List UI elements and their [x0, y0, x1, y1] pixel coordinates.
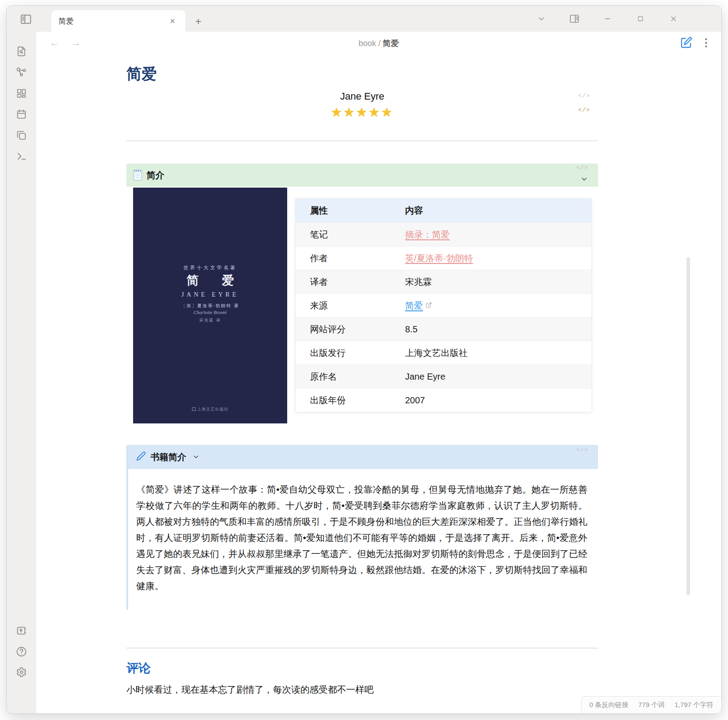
cover-author-zh: 〔英〕夏洛蒂·勃朗特 著 [133, 303, 287, 309]
backlinks-count[interactable]: 0 条反向链接 [590, 701, 629, 709]
calendar-icon[interactable] [14, 107, 29, 121]
left-ribbon [7, 32, 36, 713]
divider [126, 648, 598, 649]
editor-pane: ← → book / 简爱 简爱 Jane Eyre </> ★★★★★ </> [36, 32, 721, 713]
vault-switcher-icon[interactable] [14, 624, 29, 638]
pencil-icon [136, 451, 146, 463]
graph-view-icon[interactable] [14, 65, 29, 80]
property-table: 属性 内容 笔记 摘录：简爱 作者 英/夏洛蒂·勃朗特 译者 [295, 198, 592, 412]
rating-stars[interactable]: ★★★★★ [331, 105, 394, 119]
table-row: 网站评分 8.5 [296, 317, 591, 341]
cover-series-text: 世界十大文学名著 [133, 264, 287, 271]
terminal-icon[interactable] [14, 149, 29, 163]
word-count: 779 个词 [638, 701, 665, 709]
callout-collapse-chevron-icon[interactable] [580, 175, 588, 185]
cover-title-en: JANE EYRE [133, 291, 287, 298]
code-block-edit-icon[interactable]: </> [578, 92, 590, 99]
tab-close-icon[interactable]: × [167, 15, 178, 27]
scrollbar[interactable] [686, 257, 690, 595]
copy-files-icon[interactable] [14, 128, 29, 142]
dashboard-icon[interactable] [14, 86, 29, 100]
summary-callout-title: 书籍简介 [151, 451, 186, 463]
right-sidebar-toggle-icon[interactable] [568, 12, 581, 25]
external-link-icon [426, 300, 432, 310]
help-icon[interactable] [14, 645, 29, 659]
table-row: 出版年份 2007 [296, 388, 591, 412]
cover-title-zh: 简爱 [133, 272, 287, 289]
book-subtitle: Jane Eyre [340, 91, 384, 102]
notepad-icon [134, 170, 142, 180]
table-row: 出版发行 上海文艺出版社 [296, 341, 591, 364]
table-row: 作者 英/夏洛蒂·勃朗特 [296, 246, 591, 270]
internal-link[interactable]: 摘录：简爱 [405, 230, 450, 239]
edit-mode-icon[interactable] [679, 36, 693, 50]
intro-callout-body: 世界十大文学名著 简爱 JANE EYRE 〔英〕夏洛蒂·勃朗特 著 Charl… [126, 187, 598, 431]
char-count: 1,797 个字符 [674, 701, 713, 709]
left-sidebar-toggle-icon[interactable] [19, 13, 33, 25]
comments-heading: 评论 [126, 660, 598, 676]
settings-gear-icon[interactable] [14, 665, 29, 679]
book-cover-image: 世界十大文学名著 简爱 JANE EYRE 〔英〕夏洛蒂·勃朗特 著 Charl… [133, 188, 287, 423]
external-link[interactable]: 简爱 [405, 301, 423, 310]
table-row: 来源 简爱 [296, 293, 591, 317]
tab-jane-eyre[interactable]: 简爱 × [51, 10, 185, 32]
code-block-edit-icon[interactable]: </> [578, 107, 590, 113]
summary-callout-header[interactable]: 书籍简介 [128, 445, 598, 469]
cover-translator: 宋兆霖 译 [133, 318, 287, 323]
tab-bar: 简爱 × + [7, 6, 721, 32]
book-summary-text: 《简爱》讲述了这样一个故事：简•爱自幼父母双亡，投靠冷酷的舅母，但舅母无情地抛弃… [128, 469, 598, 610]
internal-link[interactable]: 英/夏洛蒂·勃朗特 [405, 253, 473, 263]
summary-callout: 书籍简介 </> 《简爱》讲述了这样一个故事：简•爱自幼父母双亡，投靠冷酷的舅母… [126, 445, 598, 610]
intro-callout: 简介 </> 世界十大文学名著 简爱 JANE EYRE 〔英〕夏洛蒂·勃朗特 … [126, 163, 598, 431]
more-options-icon[interactable] [703, 36, 710, 50]
code-block-edit-icon[interactable]: </> [577, 164, 588, 171]
intro-callout-title: 简介 [146, 169, 164, 181]
tab-title: 简爱 [59, 16, 167, 26]
publisher-logo [192, 407, 196, 411]
cover-publisher: 上海文艺出版社 [133, 406, 287, 412]
table-row: 原作名 Jane Eyre [296, 364, 591, 388]
breadcrumb[interactable]: book / 简爱 [36, 38, 721, 49]
status-bar: 0 条反向链接 779 个词 1,797 个字符 [581, 696, 721, 713]
window-close-button[interactable] [667, 12, 680, 25]
app-window: 简爱 × + [6, 5, 722, 714]
table-row: 译者 宋兆霖 [296, 270, 591, 293]
callout-collapse-chevron-icon[interactable] [192, 453, 200, 462]
note-content: 简爱 Jane Eyre </> ★★★★★ </> 简介 </> [126, 55, 598, 696]
page-title: 简爱 [126, 64, 598, 84]
window-maximize-button[interactable] [634, 12, 647, 25]
table-header-row: 属性 内容 [296, 199, 591, 222]
tab-list-chevron-icon[interactable] [535, 12, 548, 25]
comment-text: 小时候看过，现在基本忘了剧情了，每次读的感受都不一样吧 [126, 683, 598, 696]
window-minimize-button[interactable] [601, 12, 614, 25]
cover-author-en: Charlotte Brontë [133, 310, 287, 315]
file-search-icon[interactable] [14, 44, 29, 59]
view-header: ← → book / 简爱 [36, 32, 721, 55]
table-row: 笔记 摘录：简爱 [296, 222, 591, 246]
intro-callout-header[interactable]: 简介 [126, 163, 598, 187]
code-block-edit-icon[interactable]: </> [577, 447, 588, 453]
new-tab-button[interactable]: + [192, 15, 205, 28]
divider [126, 140, 598, 141]
